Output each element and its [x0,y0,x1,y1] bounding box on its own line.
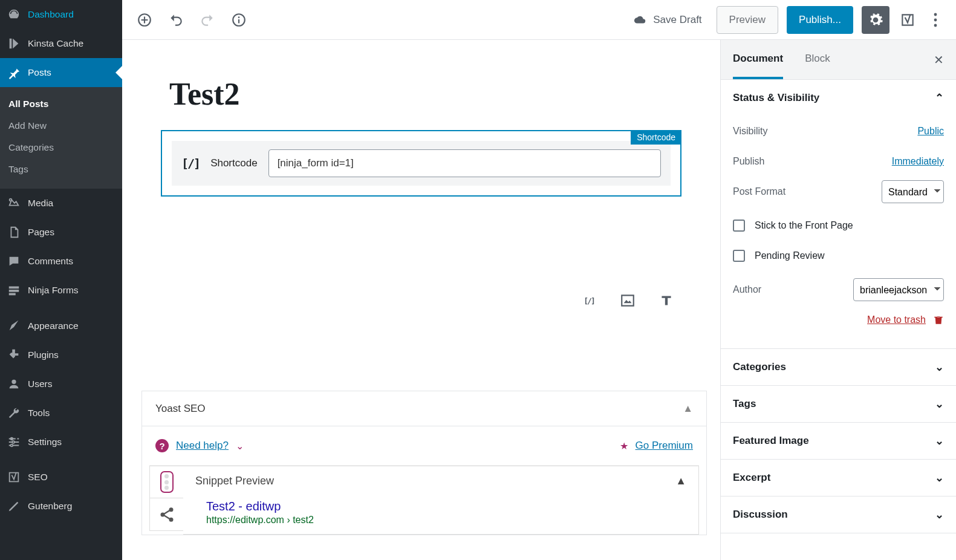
nav-appearance[interactable]: Appearance [0,311,122,340]
panel-featured-image-header[interactable]: Featured Image ⌄ [721,423,956,459]
add-block-button[interactable] [133,8,156,31]
panel-categories-header[interactable]: Categories ⌄ [721,349,956,385]
more-menu-button[interactable] [926,6,945,34]
shortcode-block[interactable]: Shortcode [/] Shortcode [161,130,681,197]
row-author: Author brianleejackson [733,275,944,305]
panel-featured-image: Featured Image ⌄ [721,423,956,460]
row-stick-front[interactable]: Stick to the Front Page [733,210,944,241]
subnav-categories[interactable]: Categories [0,137,122,158]
need-help-link[interactable]: Need help? [176,440,229,452]
move-to-trash-link[interactable]: Move to trash [867,314,926,325]
nav-gutenberg-label: Gutenberg [28,501,72,512]
suggest-text[interactable] [657,291,675,310]
yoast-tab-readability[interactable] [149,466,183,498]
subnav-tags[interactable]: Tags [0,158,122,180]
tab-document[interactable]: Document [733,40,783,79]
editor-canvas: Test2 Shortcode [/] Shortcode [/] Yoast … [122,40,720,560]
nav-kinsta-cache[interactable]: Kinsta Cache [0,29,122,58]
post-title[interactable]: Test2 [169,76,720,112]
yoast-snippet-area: Snippet Preview ▲ Test2 - editwp https:/… [149,465,699,535]
nav-ninja-forms[interactable]: Ninja Forms [0,276,122,305]
shortcode-input[interactable] [268,149,661,177]
subnav-all-posts[interactable]: All Posts [0,93,122,115]
nav-tools[interactable]: Tools [0,399,122,428]
nav-media[interactable]: Media [0,189,122,218]
row-pending-review[interactable]: Pending Review [733,241,944,271]
inspector-sidebar: Document Block ✕ Status & Visibility ⌃ V… [720,40,956,560]
dashboard-icon [7,8,21,21]
suggest-shortcode[interactable]: [/] [580,291,598,310]
kebab-icon [934,12,937,28]
nav-appearance-label: Appearance [28,321,79,331]
yoast-panel-header[interactable]: Yoast SEO ▲ [142,391,706,426]
nav-pages[interactable]: Pages [0,218,122,247]
row-visibility: Visibility Public [733,116,944,146]
block-type-badge: Shortcode [631,130,681,145]
post-format-select[interactable]: Standard [882,180,944,203]
nav-seo[interactable]: SEO [0,463,122,492]
caret-up-icon: ▲ [683,403,693,415]
pencil-icon [7,500,21,513]
yoast-tab-social[interactable] [149,498,183,531]
undo-button[interactable] [164,8,187,31]
shortcode-body: [/] Shortcode [172,141,671,186]
yoast-vertical-tabs [149,466,183,535]
nav-settings[interactable]: Settings [0,428,122,457]
yoast-icon [7,470,21,484]
share-icon [158,506,175,523]
close-inspector-button[interactable]: ✕ [934,40,944,79]
panel-tags-header[interactable]: Tags ⌄ [721,386,956,422]
panel-discussion-title: Discussion [733,509,788,521]
publish-button[interactable]: Publish... [787,6,853,34]
suggest-image[interactable] [619,291,637,310]
editor-topbar: Save Draft Preview Publish... [122,0,956,40]
plugins-icon [7,348,21,362]
nav-gutenberg[interactable]: Gutenberg [0,492,122,521]
help-badge-icon: ? [155,439,169,452]
redo-icon [200,12,215,28]
nav-posts[interactable]: Posts [0,58,122,87]
nav-pages-label: Pages [28,227,54,238]
yoast-metabox: Yoast SEO ▲ ? Need help? ⌄ ★ Go Premium … [141,391,707,535]
chevron-down-icon: ⌄ [935,508,944,521]
panel-discussion-header[interactable]: Discussion ⌄ [721,497,956,533]
row-move-to-trash: Move to trash [733,305,944,335]
yoast-toggle-button[interactable] [898,6,917,34]
visibility-value[interactable]: Public [917,126,944,137]
save-draft-button[interactable]: Save Draft [634,13,701,27]
publish-value[interactable]: Immediately [892,156,944,167]
redo-button[interactable] [196,8,219,31]
yoast-toolbar: ? Need help? ⌄ ★ Go Premium [142,426,706,465]
shortcode-glyph-icon: [/] [584,296,594,305]
post-format-label: Post Format [733,186,785,197]
nav-plugins[interactable]: Plugins [0,340,122,370]
inspector-tabs: Document Block ✕ [721,40,956,80]
settings-toggle-button[interactable] [862,6,889,34]
traffic-light-icon [160,471,174,493]
panel-status-header[interactable]: Status & Visibility ⌃ [721,80,956,116]
preview-button[interactable]: Preview [717,6,778,34]
author-select[interactable]: brianleejackson [853,278,944,301]
snippet-preview: Test2 - editwp https://editwp.com › test… [195,500,686,526]
panel-categories-title: Categories [733,361,786,373]
nav-users[interactable]: Users [0,370,122,399]
snippet-preview-header[interactable]: Snippet Preview ▲ [195,475,686,487]
info-button[interactable] [227,8,250,31]
subnav-add-new[interactable]: Add New [0,115,122,137]
chevron-down-icon[interactable]: ⌄ [236,440,244,452]
panel-excerpt: Excerpt ⌄ [721,460,956,497]
media-icon [7,197,21,210]
chevron-down-icon: ⌄ [935,471,944,484]
nav-comments[interactable]: Comments [0,247,122,276]
nav-ninja-label: Ninja Forms [28,285,79,296]
form-icon [7,284,21,297]
stick-checkbox[interactable] [733,220,745,232]
panel-excerpt-header[interactable]: Excerpt ⌄ [721,460,956,496]
comments-icon [7,255,21,268]
nav-dashboard[interactable]: Dashboard [0,0,122,29]
trash-icon[interactable] [933,314,944,325]
tab-block[interactable]: Block [805,40,830,79]
go-premium-link[interactable]: Go Premium [636,440,693,452]
pending-checkbox[interactable] [733,250,745,262]
chevron-up-icon: ⌃ [935,91,944,105]
